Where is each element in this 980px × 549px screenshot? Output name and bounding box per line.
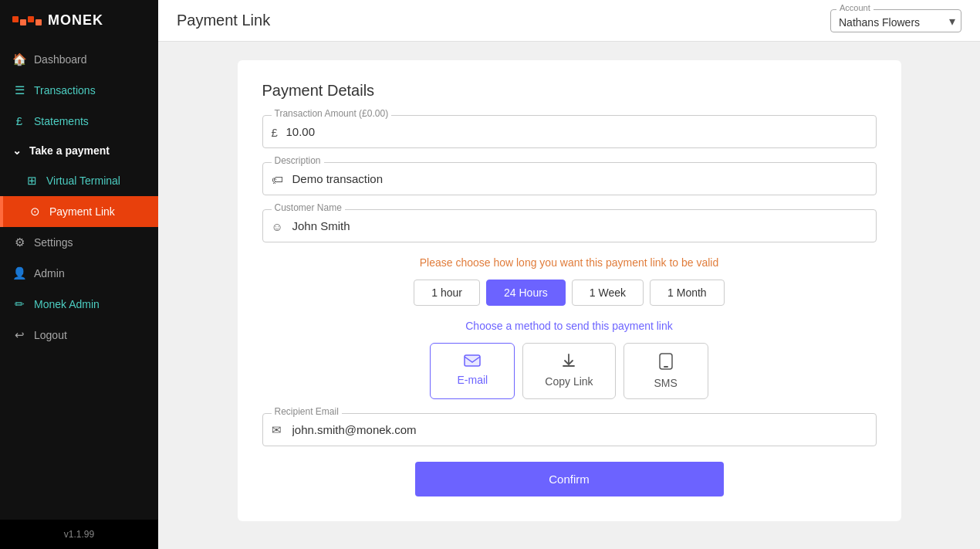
logo: MONEK <box>0 0 158 38</box>
amount-input[interactable] <box>262 115 877 148</box>
description-label: Description <box>272 155 324 166</box>
topbar: Payment Link Account Nathans Flowers ▾ <box>158 0 980 42</box>
content-area: Payment Details Transaction Amount (£0.0… <box>158 42 980 549</box>
dashboard-icon: 🏠 <box>12 53 26 66</box>
customer-name-input[interactable] <box>262 209 877 242</box>
download-icon <box>561 353 576 372</box>
chevron-down-icon: ⌄ <box>12 144 22 157</box>
transactions-icon: ☰ <box>12 83 26 97</box>
sidebar-item-monek-admin[interactable]: ✏ Monek Admin <box>0 289 158 320</box>
validity-section: Please choose how long you want this pay… <box>262 256 877 306</box>
sidebar-item-label: Monek Admin <box>34 298 100 310</box>
payment-link-icon: ⊙ <box>28 205 42 219</box>
sidebar-item-label: Dashboard <box>34 53 87 66</box>
validity-prompt: Please choose how long you want this pay… <box>262 256 877 269</box>
validity-1week[interactable]: 1 Week <box>572 280 644 306</box>
sidebar-section-label: Take a payment <box>29 144 110 157</box>
customer-name-field-wrapper: Customer Name ☺ <box>262 209 877 242</box>
tag-icon: 🏷 <box>272 172 283 185</box>
account-label: Account <box>836 3 874 12</box>
admin-icon: 👤 <box>12 266 26 280</box>
send-method-section: Choose a method to send this payment lin… <box>262 320 877 399</box>
send-methods: E-mail Copy Link <box>262 343 877 399</box>
sidebar-item-admin[interactable]: 👤 Admin <box>0 258 158 289</box>
svg-rect-0 <box>465 355 480 366</box>
sidebar-item-transactions[interactable]: ☰ Transactions <box>0 75 158 106</box>
recipient-email-field-wrapper: Recipient Email ✉ <box>262 413 877 446</box>
user-icon: ☺ <box>272 219 283 232</box>
amount-label: Transaction Amount (£0.00) <box>272 108 392 119</box>
sidebar-item-label: Payment Link <box>49 205 115 218</box>
sidebar-item-payment-link[interactable]: ⊙ Payment Link <box>0 196 158 227</box>
send-prompt: Choose a method to send this payment lin… <box>262 320 877 332</box>
logo-text: MONEK <box>48 12 103 29</box>
account-selector-wrapper: Account Nathans Flowers ▾ <box>830 9 961 32</box>
send-method-email[interactable]: E-mail <box>430 343 515 399</box>
payment-details-card: Payment Details Transaction Amount (£0.0… <box>238 60 901 521</box>
sms-icon <box>659 353 673 374</box>
description-field-wrapper: Description 🏷 <box>262 162 877 195</box>
amount-field-wrapper: Transaction Amount (£0.00) £ <box>262 115 877 148</box>
logout-icon: ↩ <box>12 328 26 342</box>
currency-icon: £ <box>272 125 278 138</box>
send-method-sms[interactable]: SMS <box>623 343 708 399</box>
sidebar-take-payment-toggle[interactable]: ⌄ Take a payment <box>0 136 158 165</box>
sidebar-item-virtual-terminal[interactable]: ⊞ Virtual Terminal <box>0 165 158 196</box>
sidebar: MONEK 🏠 Dashboard ☰ Transactions £ State… <box>0 0 158 549</box>
sidebar-navigation: 🏠 Dashboard ☰ Transactions £ Statements … <box>0 38 158 520</box>
sidebar-item-logout[interactable]: ↩ Logout <box>0 320 158 351</box>
sidebar-item-dashboard[interactable]: 🏠 Dashboard <box>0 44 158 75</box>
version-label: v1.1.99 <box>0 520 158 549</box>
description-input[interactable] <box>262 162 877 195</box>
email-icon <box>464 353 481 371</box>
sidebar-item-label: Statements <box>34 115 89 127</box>
account-select[interactable]: Nathans Flowers <box>830 9 961 32</box>
sidebar-item-label: Transactions <box>34 84 96 97</box>
svg-rect-2 <box>664 366 668 368</box>
send-method-label: E-mail <box>458 374 488 386</box>
recipient-email-label: Recipient Email <box>272 406 342 417</box>
send-method-label: Copy Link <box>545 375 593 388</box>
page-title: Payment Link <box>177 12 270 29</box>
statements-icon: £ <box>12 114 26 127</box>
validity-buttons: 1 hour 24 Hours 1 Week 1 Month <box>262 280 877 306</box>
sidebar-item-label: Admin <box>34 267 65 280</box>
confirm-button[interactable]: Confirm <box>415 462 724 496</box>
sidebar-item-label: Virtual Terminal <box>46 175 120 187</box>
monek-admin-icon: ✏ <box>12 297 26 311</box>
sidebar-item-label: Logout <box>34 329 67 341</box>
sidebar-item-settings[interactable]: ⚙ Settings <box>0 227 158 258</box>
recipient-email-input[interactable] <box>262 413 877 446</box>
validity-24hours[interactable]: 24 Hours <box>486 280 566 306</box>
card-title: Payment Details <box>262 82 877 100</box>
sidebar-item-statements[interactable]: £ Statements <box>0 106 158 136</box>
validity-1month[interactable]: 1 Month <box>650 280 725 306</box>
send-method-label: SMS <box>654 377 677 389</box>
logo-icon <box>12 16 42 25</box>
email-field-icon: ✉ <box>272 423 282 437</box>
settings-icon: ⚙ <box>12 236 26 249</box>
validity-1hour[interactable]: 1 hour <box>414 280 480 306</box>
customer-name-label: Customer Name <box>272 202 345 213</box>
main-area: Payment Link Account Nathans Flowers ▾ P… <box>158 0 980 549</box>
virtual-terminal-icon: ⊞ <box>25 174 39 188</box>
sidebar-item-label: Settings <box>34 236 73 249</box>
send-method-copy-link[interactable]: Copy Link <box>522 343 615 399</box>
